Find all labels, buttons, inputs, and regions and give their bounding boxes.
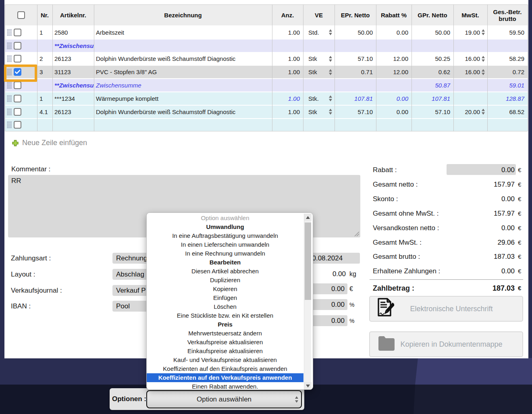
- cell-epr[interactable]: 57.10: [335, 53, 376, 65]
- add-row-link[interactable]: Neue Zeile einfügen: [12, 139, 87, 147]
- cell-epr[interactable]: 0.71: [335, 66, 376, 78]
- row-checkbox[interactable]: [14, 29, 21, 36]
- cell-bezeichnung[interactable]: [94, 119, 272, 131]
- cell-bezeichnung[interactable]: [94, 40, 272, 52]
- row-checkbox[interactable]: [14, 42, 21, 50]
- cell-ve[interactable]: [303, 119, 335, 131]
- cell-ve[interactable]: Stk: [303, 66, 335, 78]
- cell-bezeichnung[interactable]: Arbeitszeit: [94, 26, 272, 39]
- resize-handle-icon[interactable]: [354, 231, 360, 237]
- dropdown-option[interactable]: In eine Rechnung umwandeln: [147, 249, 303, 258]
- drag-handle-icon[interactable]: [7, 108, 12, 115]
- cell-bezeichnung[interactable]: Dolphin Wunderbürste weiß Schaumstoff Di…: [94, 53, 272, 65]
- row-checkbox[interactable]: [14, 95, 21, 102]
- cell-anz[interactable]: 1.00: [272, 106, 303, 118]
- cell-ve[interactable]: Std.: [303, 26, 335, 39]
- cell-ges[interactable]: 128.87: [487, 92, 528, 105]
- cell-ve[interactable]: [303, 40, 335, 52]
- cell-mwst[interactable]: 16.00: [453, 66, 487, 78]
- cell-gpr[interactable]: 0.62: [411, 66, 453, 78]
- cell-gpr[interactable]: [411, 119, 453, 131]
- dropdown-option[interactable]: Einen Rabatt anwenden.: [147, 382, 303, 391]
- dropdown-scrollbar[interactable]: [304, 214, 311, 389]
- cell-rabatt[interactable]: [376, 79, 411, 92]
- dropdown-option[interactable]: Kopieren: [147, 285, 303, 293]
- cell-ges[interactable]: [487, 119, 528, 131]
- cell-bezeichnung[interactable]: Dolphin Wunderbürste weiß Schaumstoff Di…: [94, 106, 272, 118]
- cell-ve[interactable]: Stk.: [303, 92, 335, 105]
- spinner-icon[interactable]: [328, 96, 332, 102]
- spinner-icon[interactable]: [481, 56, 485, 62]
- spinner-icon[interactable]: [328, 29, 332, 35]
- scroll-up-button[interactable]: [304, 214, 312, 221]
- cell-rabatt[interactable]: 0.00: [376, 26, 411, 39]
- cell-ges[interactable]: 68.52: [487, 106, 528, 118]
- spinner-icon[interactable]: [481, 69, 485, 75]
- scrollbar-thumb[interactable]: [305, 223, 311, 300]
- spinner-icon[interactable]: [328, 109, 332, 115]
- row-checkbox[interactable]: [14, 55, 21, 62]
- spinner-icon[interactable]: [328, 69, 332, 75]
- cell-mwst[interactable]: [453, 92, 487, 105]
- cell-ges[interactable]: 59.50: [487, 26, 528, 39]
- cell-anz[interactable]: 1.00: [272, 26, 303, 39]
- select-all-checkbox[interactable]: [17, 11, 25, 19]
- dropdown-option[interactable]: In eine Auftragsbestätigung umwandeln: [147, 231, 303, 240]
- cell-bezeichnung[interactable]: PVC - Stopfen 3/8" AG: [94, 66, 272, 78]
- electronic-signature-button[interactable]: Elektronische Unterschrift: [369, 296, 523, 322]
- cell-gpr[interactable]: 57.10: [411, 106, 453, 118]
- dropdown-option[interactable]: Diesen Artikel abbrechen: [147, 267, 303, 276]
- spinner-icon[interactable]: [481, 29, 485, 35]
- cell-mwst[interactable]: 20.00: [453, 106, 487, 118]
- cell-mwst[interactable]: 19.00: [453, 26, 487, 39]
- cell-gpr[interactable]: 50.87: [411, 79, 453, 92]
- cell-epr[interactable]: [335, 119, 376, 131]
- cell-anz[interactable]: [272, 79, 303, 92]
- cell-mwst[interactable]: 16.00: [453, 53, 487, 65]
- cell-ges[interactable]: [487, 40, 528, 52]
- drag-handle-icon[interactable]: [7, 55, 12, 62]
- cell-rabatt[interactable]: [376, 40, 411, 52]
- cell-rabatt[interactable]: 0.00: [376, 106, 411, 118]
- cell-ve[interactable]: Stk: [303, 106, 335, 118]
- drag-handle-icon[interactable]: [7, 29, 12, 36]
- spinner-icon[interactable]: [481, 109, 485, 115]
- spinner-icon[interactable]: [328, 56, 332, 62]
- cell-gpr[interactable]: 50.00: [411, 26, 453, 39]
- cell-gpr[interactable]: 50.25: [411, 53, 453, 65]
- dropdown-option[interactable]: Verkaufspreise aktualisieren: [147, 338, 303, 347]
- cell-rabatt[interactable]: 12.00: [376, 66, 411, 78]
- cell-ges[interactable]: 59.01: [487, 79, 528, 92]
- cell-gpr[interactable]: 107.81: [411, 92, 453, 105]
- drag-handle-icon[interactable]: [7, 42, 12, 49]
- row-checkbox[interactable]: [14, 108, 21, 116]
- dropdown-option[interactable]: Mehrwertsteuersatz ändern: [147, 329, 303, 338]
- cell-anz[interactable]: [272, 40, 303, 52]
- summary-value[interactable]: 0.00: [501, 166, 515, 174]
- cell-anz[interactable]: 1.00: [272, 66, 303, 78]
- dropdown-option-selected[interactable]: Koeffizienten auf den Verkaufspreis anwe…: [147, 373, 303, 382]
- cell-rabatt[interactable]: 12.00: [376, 53, 411, 65]
- dropdown-option[interactable]: In einen Lieferschein umwandeln: [147, 240, 303, 249]
- cell-gpr[interactable]: [411, 40, 453, 52]
- dropdown-option[interactable]: Kauf- und Verkaufspreise aktualisieren: [147, 356, 303, 364]
- dropdown-option[interactable]: Einfügen: [147, 293, 303, 302]
- cell-anz[interactable]: 1.00: [272, 53, 303, 65]
- cell-epr[interactable]: 107.81: [335, 92, 376, 105]
- cell-epr[interactable]: 50.00: [335, 26, 376, 39]
- cell-ges[interactable]: 0.72: [487, 66, 528, 78]
- row-checkbox[interactable]: [14, 81, 21, 89]
- cell-ges[interactable]: 58.29: [487, 53, 528, 65]
- cell-epr[interactable]: 57.10: [335, 106, 376, 118]
- cell-mwst[interactable]: [453, 119, 487, 131]
- drag-handle-icon[interactable]: [7, 82, 12, 89]
- dropdown-option[interactable]: Duplizieren: [147, 276, 303, 285]
- cell-mwst[interactable]: [453, 40, 487, 52]
- copy-to-folder-button[interactable]: Kopieren in Dokumentenmappe: [369, 331, 523, 357]
- cell-epr[interactable]: [335, 79, 376, 92]
- cell-epr[interactable]: [335, 40, 376, 52]
- drag-handle-icon[interactable]: [7, 121, 12, 128]
- cell-rabatt[interactable]: [376, 119, 411, 131]
- row-checkbox[interactable]: [14, 121, 21, 129]
- dropdown-option[interactable]: Einkaufspreise aktualisieren: [147, 347, 303, 356]
